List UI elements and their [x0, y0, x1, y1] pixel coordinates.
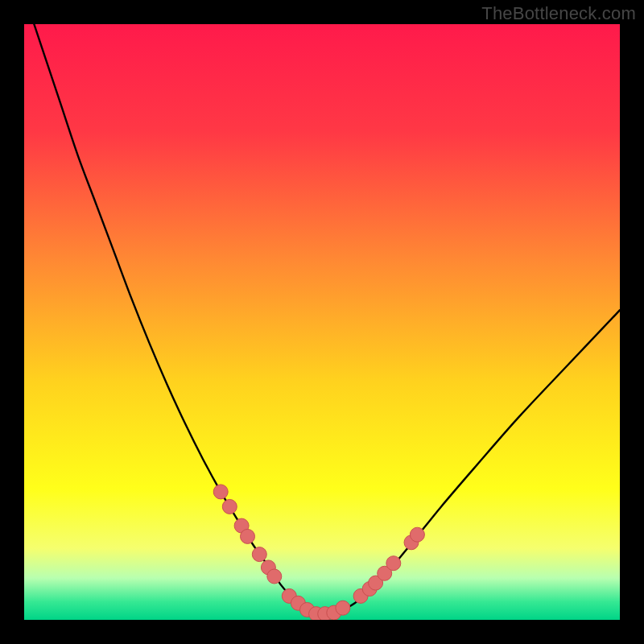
- curve-marker: [241, 529, 255, 543]
- plot-area: [24, 24, 620, 620]
- curve-marker: [386, 556, 401, 571]
- curve-marker: [222, 499, 237, 514]
- curve-marker: [267, 569, 282, 584]
- curve-marker: [336, 601, 350, 615]
- chart-svg: [24, 24, 620, 620]
- curve-marker: [252, 547, 266, 562]
- chart-background: [24, 24, 620, 620]
- chart-frame: TheBottleneck.com: [0, 0, 644, 644]
- watermark-text: TheBottleneck.com: [481, 3, 636, 24]
- curve-marker: [213, 485, 228, 499]
- curve-marker: [410, 527, 424, 542]
